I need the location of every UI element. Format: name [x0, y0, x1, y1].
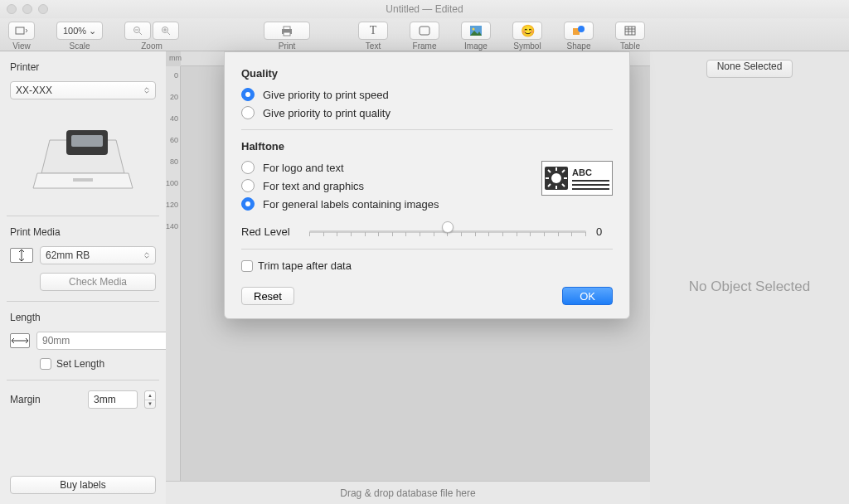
- halftone-images-radio[interactable]: For general labels containing images: [241, 197, 439, 211]
- halftone-title: Halftone: [241, 140, 613, 153]
- table-icon: [624, 26, 636, 36]
- image-button[interactable]: [461, 22, 491, 40]
- sidebar: Printer XX-XXX Print Media: [0, 51, 166, 504]
- quality-speed-radio[interactable]: Give priority to print speed: [241, 88, 613, 101]
- image-label: Image: [464, 41, 488, 51]
- halftone-logo-label: For logo and text: [263, 162, 344, 174]
- margin-input[interactable]: [88, 390, 138, 409]
- radio-selected-icon: [241, 197, 255, 211]
- length-label: Length: [10, 312, 156, 323]
- view-label: View: [12, 41, 31, 51]
- frame-icon: [419, 26, 430, 36]
- zoom-out-icon: [133, 26, 143, 36]
- quality-title: Quality: [241, 67, 613, 80]
- quality-quality-label: Give priority to print quality: [263, 107, 391, 119]
- toolbar: View 100% ⌄ Scale Zoom Print T Text Fram…: [0, 18, 849, 51]
- symbol-icon: 😊: [521, 24, 535, 37]
- svg-rect-23: [73, 178, 93, 182]
- none-selected-button[interactable]: None Selected: [706, 60, 793, 78]
- zoom-in-button[interactable]: [153, 22, 179, 40]
- trim-tape-label: Trim tape after data: [258, 259, 352, 272]
- svg-rect-22: [71, 135, 103, 147]
- frame-label: Frame: [413, 41, 437, 51]
- quality-quality-radio[interactable]: Give priority to print quality: [241, 106, 613, 119]
- set-length-checkbox[interactable]: Set Length: [40, 358, 156, 370]
- svg-point-26: [551, 173, 561, 183]
- media-select[interactable]: 62mm RB: [40, 246, 156, 264]
- shape-icon: [573, 26, 585, 36]
- printer-section-label: Printer: [10, 61, 156, 73]
- radio-icon: [241, 106, 255, 119]
- print-button[interactable]: [264, 22, 310, 40]
- set-length-label: Set Length: [56, 358, 104, 370]
- image-icon: [470, 26, 482, 36]
- text-button[interactable]: T: [358, 22, 388, 40]
- svg-line-31: [548, 170, 551, 172]
- margin-stepper[interactable]: ▲▼: [144, 390, 156, 409]
- chevron-updown-icon: [143, 252, 150, 259]
- print-icon: [280, 25, 294, 36]
- view-button[interactable]: [8, 22, 35, 40]
- inspector-panel: None Selected No Object Selected: [650, 51, 849, 504]
- halftone-text-label: For text and graphics: [263, 180, 364, 192]
- footer-status: Drag & drop database file here: [166, 481, 650, 504]
- halftone-sample-text: ABC: [572, 167, 609, 177]
- svg-line-32: [562, 184, 565, 187]
- radio-selected-icon: [241, 88, 255, 101]
- window-title: Untitled — Edited: [386, 3, 463, 15]
- trim-tape-checkbox[interactable]: Trim tape after data: [241, 259, 613, 272]
- no-object-label: No Object Selected: [689, 78, 810, 496]
- zoom-label: Zoom: [141, 41, 163, 51]
- symbol-button[interactable]: 😊: [512, 22, 542, 40]
- length-input[interactable]: [36, 332, 172, 350]
- ok-button[interactable]: OK: [562, 287, 613, 305]
- radio-icon: [241, 161, 255, 174]
- radio-icon: [241, 179, 255, 192]
- check-media-button[interactable]: Check Media: [40, 273, 156, 291]
- table-button[interactable]: [615, 22, 645, 40]
- svg-line-2: [139, 32, 142, 35]
- ruler-unit: mm: [169, 54, 182, 62]
- halftone-logo-radio[interactable]: For logo and text: [241, 161, 439, 174]
- traffic-close[interactable]: [7, 4, 17, 14]
- printer-value: XX-XXX: [16, 85, 52, 96]
- print-label: Print: [279, 41, 296, 51]
- printer-image: [17, 111, 149, 202]
- table-label: Table: [620, 41, 640, 51]
- traffic-minimize[interactable]: [22, 4, 32, 14]
- reset-button[interactable]: Reset: [241, 287, 294, 305]
- halftone-images-label: For general labels containing images: [263, 198, 439, 211]
- red-level-label: Red Level: [241, 225, 299, 238]
- text-label: Text: [366, 41, 381, 51]
- quality-speed-label: Give priority to print speed: [263, 89, 389, 101]
- window-controls: [7, 4, 48, 14]
- margin-label: Margin: [10, 394, 81, 405]
- traffic-zoom[interactable]: [38, 4, 48, 14]
- media-orientation-icon[interactable]: [10, 248, 33, 263]
- zoom-out-button[interactable]: [124, 22, 151, 40]
- buy-labels-button[interactable]: Buy labels: [10, 476, 156, 494]
- red-level-slider[interactable]: [309, 224, 586, 239]
- red-level-value: 0: [596, 225, 613, 238]
- halftone-text-radio[interactable]: For text and graphics: [241, 179, 439, 192]
- shape-label: Shape: [567, 41, 591, 51]
- text-icon: T: [370, 24, 377, 37]
- frame-button[interactable]: [410, 22, 439, 40]
- scale-dropdown[interactable]: 100% ⌄: [56, 22, 103, 40]
- printer-select[interactable]: XX-XXX: [10, 81, 156, 99]
- svg-line-34: [548, 184, 551, 187]
- print-media-label: Print Media: [10, 226, 156, 238]
- halftone-preview: ABC: [541, 161, 613, 196]
- svg-rect-11: [420, 27, 429, 35]
- scale-label: Scale: [69, 41, 90, 51]
- svg-line-5: [167, 32, 170, 35]
- ruler-vertical: 0 20 40 60 80 100 120 140: [166, 66, 181, 481]
- media-value: 62mm RB: [46, 250, 90, 261]
- print-options-sheet: Quality Give priority to print speed Giv…: [224, 51, 630, 319]
- svg-rect-0: [16, 27, 24, 34]
- length-icon: [10, 333, 30, 348]
- shape-button[interactable]: [564, 22, 594, 40]
- zoom-in-icon: [161, 26, 171, 36]
- svg-point-15: [578, 26, 585, 32]
- svg-rect-16: [625, 27, 635, 35]
